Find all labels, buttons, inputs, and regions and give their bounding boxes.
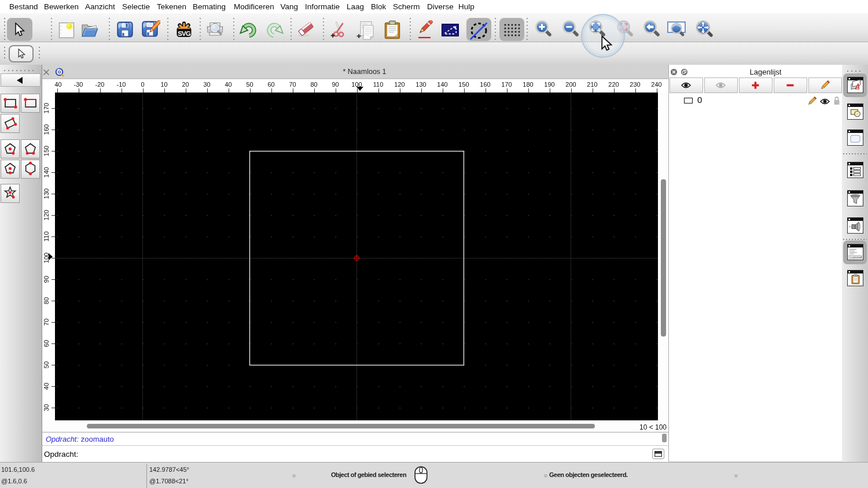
svg-text:> command: > command [850,256,862,258]
svg-text:SVG: SVG [178,30,191,37]
